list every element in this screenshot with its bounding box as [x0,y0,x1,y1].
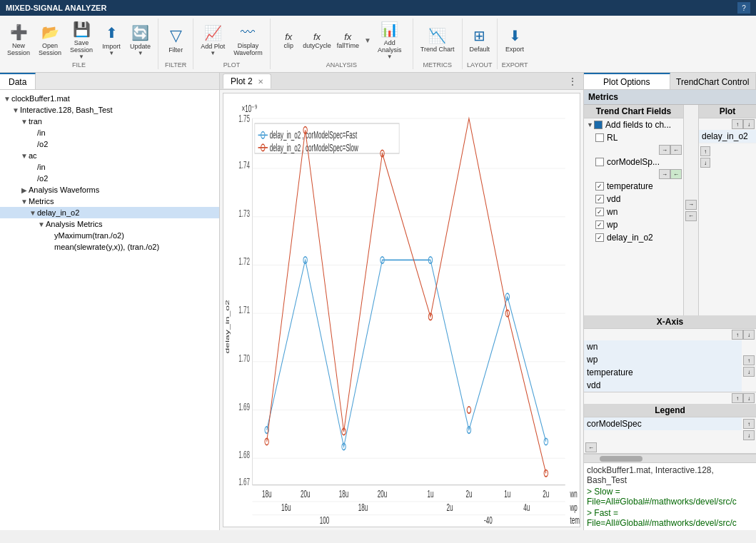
tree-item-mean-slewrate[interactable]: mean(slewrate(y,x)), (tran./o2) [0,241,219,253]
legend-item-cormodelspec[interactable]: corModelSpec [584,417,742,430]
tab-plot-options[interactable]: Plot Options [584,73,670,89]
cormodel-arrow-left[interactable]: ← [670,169,682,179]
right-content: Metrics Trend Chart Fields ▼ Add fields … [584,90,756,530]
close-tab-icon[interactable]: ✕ [258,78,263,86]
tree-item-interactive[interactable]: ▼ Interactive.128, Bash_Test [0,104,219,116]
field-add-fields[interactable]: ▼ Add fields to ch... [584,118,683,131]
plot-menu-button[interactable]: ⋮ [565,74,580,88]
tree-item-analysis-waveforms[interactable]: ▶ Analysis Waveforms [0,184,219,196]
save-session-button[interactable]: 💾 SaveSession ▼ [66,20,97,60]
field-temperature[interactable]: temperature [584,180,683,193]
rl-arrow-right[interactable]: → [659,145,670,155]
plot-side-arrows: ↑ ↓ [699,146,756,168]
filter-group-label: FILTER [165,61,186,68]
field-wp[interactable]: wp [584,218,683,231]
field-rl[interactable]: RL [584,131,683,144]
legend-up[interactable]: ↑ [732,393,743,403]
clip-button[interactable]: fx clip [277,20,300,60]
field-wn[interactable]: wn [584,205,683,218]
legend-down[interactable]: ↓ [743,393,755,403]
legend-left-btn[interactable]: ← [585,442,597,452]
tree-item-analysis-metrics[interactable]: ▼ Analysis Metrics [0,218,219,230]
checkbox-wp[interactable] [595,220,604,229]
new-session-button[interactable]: ➕ NewSession [3,20,34,60]
xaxis-item-vdd[interactable]: vdd [584,379,742,392]
tree-item-tran[interactable]: ▼ tran [0,116,219,127]
arrow-leaf [29,129,37,137]
xaxis-side-arrows: ↑ ↓ [742,340,756,392]
xaxis-up[interactable]: ↑ [732,330,743,340]
update-button[interactable]: 🔄 Update ▼ [126,20,155,60]
cormodel-arrow-right[interactable]: → [659,169,670,179]
checkbox-wn[interactable] [595,208,604,216]
plot-group-items: 📈 Add Plot ▼ 〰 DisplayWaveform [196,20,267,60]
scrollbar-thumb[interactable] [600,456,642,462]
xaxis-item-wp[interactable]: wp [584,353,742,366]
import-dropdown-arrow: ▼ [109,50,114,56]
tree-item-ac[interactable]: ▼ ac [0,150,219,161]
xaxis-side-up[interactable]: ↑ [743,355,755,365]
dutycycle-button[interactable]: fx dutyCycle [300,20,334,60]
field-cormodelspec[interactable]: corModelSp... [584,156,683,168]
trend-chart-fields-col: Trend Chart Fields ▼ Add fields to ch...… [584,105,683,315]
toolbar: ➕ NewSession 📂 OpenSession 💾 SaveSession… [0,16,756,73]
default-button[interactable]: ⊞ Default [465,20,495,60]
arrow-to-plot[interactable]: → [685,200,697,210]
filter-button[interactable]: ▽ Filter [161,20,190,60]
tree-item-metrics[interactable]: ▼ Metrics [0,196,219,207]
add-plot-button[interactable]: 📈 Add Plot ▼ [196,20,229,60]
right-scrollbar[interactable] [584,454,756,462]
xaxis-down[interactable]: ↓ [743,330,755,340]
tree-item-clockbuffer[interactable]: ▼ clockBuffer1.mat [0,93,219,104]
plot-delay-in-o2[interactable]: delay_in_o2 [699,130,756,143]
open-session-button[interactable]: 📂 OpenSession [34,20,66,60]
plot-side-down[interactable]: ↓ [700,158,710,168]
field-checkbox-add[interactable] [594,121,603,129]
tree-item-ymaximum[interactable]: yMaximum(tran./o2) [0,230,219,241]
more-analysis-button[interactable]: ▼ [362,20,373,60]
new-session-icon: ➕ [10,24,28,41]
add-analysis-button[interactable]: 📊 AddAnalysis ▼ [373,20,406,60]
import-button[interactable]: ⬆ Import ▼ [97,20,126,60]
xaxis-item-wn[interactable]: wn [584,340,742,353]
plot-up-arrow[interactable]: ↑ [732,119,743,129]
cormodel-arrows: → ← [584,168,683,180]
legend-side-up[interactable]: ↑ [743,419,755,429]
plot-side-up[interactable]: ↑ [700,146,710,156]
toolbar-group-plot: 📈 Add Plot ▼ 〰 DisplayWaveform PLOT [193,19,271,69]
checkbox-vdd[interactable] [595,195,604,203]
checkbox-cormodelspec[interactable] [595,158,604,166]
rl-arrow-left[interactable]: ← [670,145,682,155]
tree-item-ac-in[interactable]: /in [0,161,219,173]
field-vdd[interactable]: vdd [584,193,683,205]
xaxis-side-down[interactable]: ↓ [743,367,755,377]
tab-trendchart-control[interactable]: TrendChart Control [670,73,757,89]
tree-item-ac-o2[interactable]: /o2 [0,173,219,184]
tree-item-tran-o2[interactable]: /o2 [0,138,219,150]
help-button[interactable]: ? [737,2,750,14]
tree-item-tran-in[interactable]: /in [0,127,219,138]
legend-side-down[interactable]: ↓ [743,430,755,440]
trend-fields-header: Trend Chart Fields [584,105,683,118]
arrow-from-plot[interactable]: ← [685,211,697,221]
arrow-expand: ▼ [20,198,29,205]
default-icon: ⊞ [473,27,485,44]
checkbox-delay-in-o2[interactable] [595,233,604,242]
export-group-items: ⬇ Export [500,20,529,60]
field-delay-in-o2[interactable]: delay_in_o2 [584,231,683,244]
trend-chart-button[interactable]: 📉 Trend Chart [416,20,459,60]
plot-tab-2[interactable]: Plot 2 ✕ [223,73,271,88]
display-waveform-button[interactable]: 〰 DisplayWaveform [229,20,267,60]
svg-text:1.70: 1.70 [238,353,250,364]
falltime-button[interactable]: fx fallTime [334,20,362,60]
legend-side-arrows: ↑ ↓ [742,417,756,442]
tab-data[interactable]: Data [0,73,36,89]
xaxis-item-temperature[interactable]: temperature [584,366,742,379]
export-button[interactable]: ⬇ Export [500,20,529,60]
legend-left-arrow: ← [584,442,756,453]
checkbox-rl[interactable] [595,133,604,142]
tree-item-delay-in-o2[interactable]: ▼ delay_in_o2 [0,207,219,218]
plot-down-arrow[interactable]: ↓ [743,119,755,129]
metrics-header: Metrics [584,90,756,105]
checkbox-temperature[interactable] [595,182,604,191]
